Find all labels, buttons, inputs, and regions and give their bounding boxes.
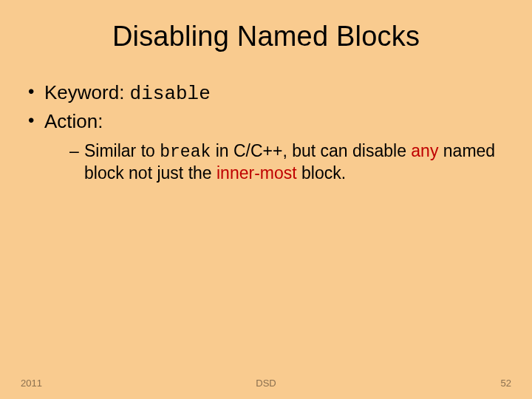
bullet-keyword-label: Keyword:	[44, 81, 130, 103]
sub-bullet-list: Similar to break in C/C++, but can disab…	[44, 140, 510, 183]
footer-year: 2011	[21, 378, 42, 389]
slide: Disabling Named Blocks Keyword: disable …	[0, 0, 532, 399]
bullet-action: Action: Similar to break in C/C++, but c…	[28, 109, 510, 184]
sub-bullet-similar: Similar to break in C/C++, but can disab…	[69, 140, 510, 183]
highlight-any: any	[411, 141, 438, 160]
sub-text-tail: block.	[297, 163, 346, 183]
bullet-keyword: Keyword: disable	[28, 81, 510, 106]
slide-title: Disabling Named Blocks	[22, 21, 510, 52]
footer-page-number: 52	[501, 378, 511, 389]
code-disable: disable	[130, 83, 211, 105]
sub-text-prefix: Similar to	[84, 141, 160, 160]
sub-text-mid1: in C/C++, but can disable	[211, 141, 411, 160]
highlight-innermost: inner-most	[216, 163, 297, 183]
code-break: break	[160, 143, 211, 162]
bullet-list: Keyword: disable Action: Similar to brea…	[22, 81, 510, 183]
footer: 2011 DSD 52	[0, 378, 532, 389]
bullet-action-label: Action:	[44, 110, 103, 132]
footer-course: DSD	[256, 378, 276, 389]
